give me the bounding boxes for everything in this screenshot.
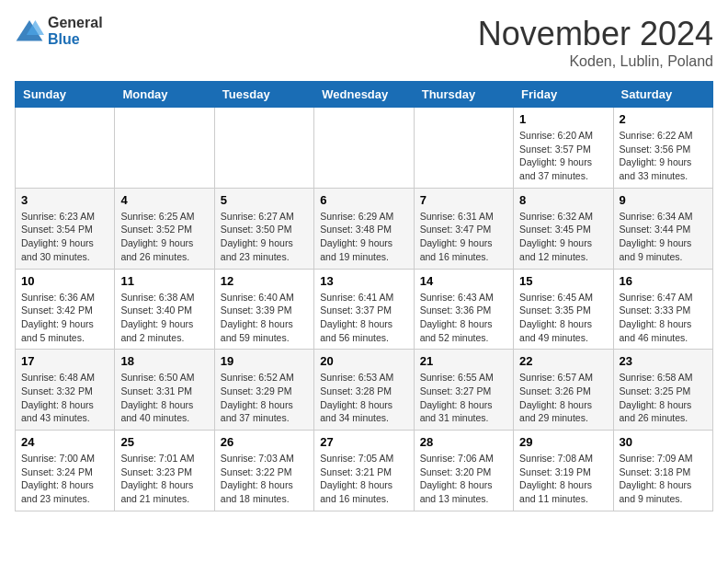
day-info: Sunrise: 6:58 AM Sunset: 3:25 PM Dayligh… xyxy=(620,371,707,425)
day-info: Sunrise: 6:50 AM Sunset: 3:31 PM Dayligh… xyxy=(120,371,208,425)
day-number: 29 xyxy=(519,435,607,449)
day-number: 27 xyxy=(320,435,407,449)
day-info: Sunrise: 6:57 AM Sunset: 3:26 PM Dayligh… xyxy=(519,371,607,425)
weekday-header: Monday xyxy=(115,82,214,108)
day-info: Sunrise: 6:32 AM Sunset: 3:45 PM Dayligh… xyxy=(519,210,607,264)
calendar-day-cell xyxy=(115,108,214,189)
calendar-day-cell: 25Sunrise: 7:01 AM Sunset: 3:23 PM Dayli… xyxy=(115,431,214,511)
logo-blue: Blue xyxy=(48,31,80,47)
calendar-day-cell: 27Sunrise: 7:05 AM Sunset: 3:21 PM Dayli… xyxy=(314,431,414,511)
calendar-week-row: 1Sunrise: 6:20 AM Sunset: 3:57 PM Daylig… xyxy=(16,108,713,189)
logo-general: General xyxy=(48,15,103,30)
calendar-table: SundayMondayTuesdayWednesdayThursdayFrid… xyxy=(15,81,713,511)
month-title: November 2024 xyxy=(478,15,713,53)
calendar-day-cell: 5Sunrise: 6:27 AM Sunset: 3:50 PM Daylig… xyxy=(214,188,313,269)
day-number: 17 xyxy=(21,354,108,368)
day-number: 20 xyxy=(320,354,407,368)
calendar-day-cell: 30Sunrise: 7:09 AM Sunset: 3:18 PM Dayli… xyxy=(613,431,712,511)
calendar-day-cell: 12Sunrise: 6:40 AM Sunset: 3:39 PM Dayli… xyxy=(214,269,313,350)
day-number: 19 xyxy=(221,354,308,368)
day-number: 9 xyxy=(620,193,707,207)
calendar-week-row: 24Sunrise: 7:00 AM Sunset: 3:24 PM Dayli… xyxy=(16,431,713,511)
calendar-day-cell: 4Sunrise: 6:25 AM Sunset: 3:52 PM Daylig… xyxy=(115,188,214,269)
day-info: Sunrise: 7:00 AM Sunset: 3:24 PM Dayligh… xyxy=(21,452,108,506)
day-info: Sunrise: 6:27 AM Sunset: 3:50 PM Dayligh… xyxy=(221,210,308,264)
weekday-header: Friday xyxy=(514,82,613,108)
day-number: 30 xyxy=(620,435,707,449)
calendar-day-cell: 1Sunrise: 6:20 AM Sunset: 3:57 PM Daylig… xyxy=(514,108,613,189)
day-info: Sunrise: 6:40 AM Sunset: 3:39 PM Dayligh… xyxy=(221,291,308,345)
day-number: 21 xyxy=(420,354,507,368)
day-info: Sunrise: 6:43 AM Sunset: 3:36 PM Dayligh… xyxy=(420,291,507,345)
day-info: Sunrise: 6:55 AM Sunset: 3:27 PM Dayligh… xyxy=(420,371,507,425)
calendar-day-cell: 20Sunrise: 6:53 AM Sunset: 3:28 PM Dayli… xyxy=(314,350,414,431)
day-number: 26 xyxy=(221,435,308,449)
calendar-day-cell: 22Sunrise: 6:57 AM Sunset: 3:26 PM Dayli… xyxy=(514,350,613,431)
calendar-day-cell: 23Sunrise: 6:58 AM Sunset: 3:25 PM Dayli… xyxy=(613,350,712,431)
weekday-header: Saturday xyxy=(613,82,712,108)
page-header: General Blue November 2024 Koden, Lublin… xyxy=(15,15,713,70)
calendar-day-cell: 28Sunrise: 7:06 AM Sunset: 3:20 PM Dayli… xyxy=(414,431,513,511)
day-info: Sunrise: 6:20 AM Sunset: 3:57 PM Dayligh… xyxy=(519,129,607,183)
calendar-day-cell: 3Sunrise: 6:23 AM Sunset: 3:54 PM Daylig… xyxy=(16,188,115,269)
calendar-day-cell: 21Sunrise: 6:55 AM Sunset: 3:27 PM Dayli… xyxy=(414,350,513,431)
day-number: 28 xyxy=(420,435,507,449)
calendar-day-cell: 16Sunrise: 6:47 AM Sunset: 3:33 PM Dayli… xyxy=(613,269,712,350)
calendar-day-cell xyxy=(16,108,115,189)
day-number: 12 xyxy=(221,274,308,288)
calendar-day-cell: 8Sunrise: 6:32 AM Sunset: 3:45 PM Daylig… xyxy=(514,188,613,269)
weekday-header: Wednesday xyxy=(314,82,414,108)
day-info: Sunrise: 7:05 AM Sunset: 3:21 PM Dayligh… xyxy=(320,452,407,506)
day-number: 23 xyxy=(620,354,707,368)
day-info: Sunrise: 7:01 AM Sunset: 3:23 PM Dayligh… xyxy=(120,452,208,506)
day-info: Sunrise: 6:38 AM Sunset: 3:40 PM Dayligh… xyxy=(120,291,208,345)
day-info: Sunrise: 6:22 AM Sunset: 3:56 PM Dayligh… xyxy=(620,129,707,183)
calendar-day-cell: 17Sunrise: 6:48 AM Sunset: 3:32 PM Dayli… xyxy=(16,350,115,431)
logo-icon xyxy=(15,18,44,44)
day-info: Sunrise: 6:25 AM Sunset: 3:52 PM Dayligh… xyxy=(120,210,208,264)
day-info: Sunrise: 6:47 AM Sunset: 3:33 PM Dayligh… xyxy=(620,291,707,345)
weekday-header: Tuesday xyxy=(214,82,313,108)
calendar-week-row: 10Sunrise: 6:36 AM Sunset: 3:42 PM Dayli… xyxy=(16,269,713,350)
day-number: 25 xyxy=(120,435,208,449)
day-info: Sunrise: 7:06 AM Sunset: 3:20 PM Dayligh… xyxy=(420,452,507,506)
day-info: Sunrise: 6:48 AM Sunset: 3:32 PM Dayligh… xyxy=(21,371,108,425)
title-block: November 2024 Koden, Lublin, Poland xyxy=(478,15,713,70)
day-info: Sunrise: 6:45 AM Sunset: 3:35 PM Dayligh… xyxy=(519,291,607,345)
calendar-day-cell: 18Sunrise: 6:50 AM Sunset: 3:31 PM Dayli… xyxy=(115,350,214,431)
day-info: Sunrise: 6:53 AM Sunset: 3:28 PM Dayligh… xyxy=(320,371,407,425)
calendar-day-cell: 15Sunrise: 6:45 AM Sunset: 3:35 PM Dayli… xyxy=(514,269,613,350)
location-subtitle: Koden, Lublin, Poland xyxy=(478,53,713,70)
calendar-day-cell xyxy=(214,108,313,189)
day-number: 24 xyxy=(21,435,108,449)
calendar-day-cell: 24Sunrise: 7:00 AM Sunset: 3:24 PM Dayli… xyxy=(16,431,115,511)
day-info: Sunrise: 7:08 AM Sunset: 3:19 PM Dayligh… xyxy=(519,452,607,506)
weekday-header: Sunday xyxy=(16,82,115,108)
day-number: 3 xyxy=(21,193,108,207)
calendar-day-cell: 9Sunrise: 6:34 AM Sunset: 3:44 PM Daylig… xyxy=(613,188,712,269)
day-number: 8 xyxy=(519,193,607,207)
day-info: Sunrise: 6:31 AM Sunset: 3:47 PM Dayligh… xyxy=(420,210,507,264)
calendar-day-cell: 13Sunrise: 6:41 AM Sunset: 3:37 PM Dayli… xyxy=(314,269,414,350)
day-number: 11 xyxy=(120,274,208,288)
calendar-day-cell: 19Sunrise: 6:52 AM Sunset: 3:29 PM Dayli… xyxy=(214,350,313,431)
day-info: Sunrise: 6:52 AM Sunset: 3:29 PM Dayligh… xyxy=(221,371,308,425)
calendar-week-row: 3Sunrise: 6:23 AM Sunset: 3:54 PM Daylig… xyxy=(16,188,713,269)
day-number: 1 xyxy=(519,112,607,126)
calendar-week-row: 17Sunrise: 6:48 AM Sunset: 3:32 PM Dayli… xyxy=(16,350,713,431)
calendar-day-cell xyxy=(414,108,513,189)
calendar-day-cell: 11Sunrise: 6:38 AM Sunset: 3:40 PM Dayli… xyxy=(115,269,214,350)
day-number: 13 xyxy=(320,274,407,288)
calendar-day-cell: 6Sunrise: 6:29 AM Sunset: 3:48 PM Daylig… xyxy=(314,188,414,269)
day-number: 6 xyxy=(320,193,407,207)
day-number: 2 xyxy=(620,112,707,126)
day-info: Sunrise: 7:09 AM Sunset: 3:18 PM Dayligh… xyxy=(620,452,707,506)
day-number: 10 xyxy=(21,274,108,288)
day-info: Sunrise: 6:34 AM Sunset: 3:44 PM Dayligh… xyxy=(620,210,707,264)
day-number: 16 xyxy=(620,274,707,288)
day-number: 18 xyxy=(120,354,208,368)
calendar-header-row: SundayMondayTuesdayWednesdayThursdayFrid… xyxy=(16,82,713,108)
calendar-day-cell xyxy=(314,108,414,189)
day-number: 7 xyxy=(420,193,507,207)
day-number: 14 xyxy=(420,274,507,288)
